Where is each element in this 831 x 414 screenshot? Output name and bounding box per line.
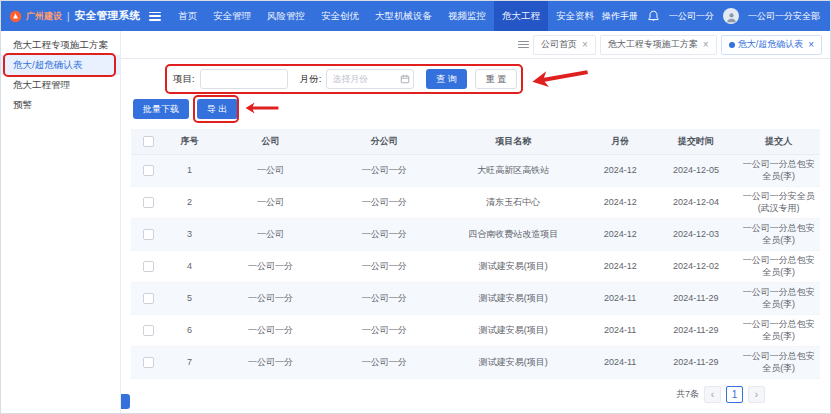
drawer-handle[interactable]: [121, 394, 130, 409]
active-tab-dot-icon: [729, 42, 735, 48]
table-header-row: 序号公司分公司项目名称月份提交时间提交人: [131, 129, 820, 154]
nav-item[interactable]: 安全创优: [313, 1, 367, 31]
row-checkbox-cell: [131, 282, 165, 314]
cell-month: 2024-11: [586, 314, 655, 346]
month-input[interactable]: [326, 69, 414, 89]
row-checkbox[interactable]: [143, 357, 154, 368]
column-header: 公司: [214, 129, 328, 154]
cell-month: 2024-12: [586, 218, 655, 250]
cell-no: 4: [165, 250, 213, 282]
nav-item[interactable]: 首页: [170, 1, 205, 31]
table-row: 7 一公司一分 一公司一分 测试建安易(项目) 2024-11 2024-11-…: [131, 346, 820, 378]
cell-month: 2024-12: [586, 250, 655, 282]
logo-text: 广州建设: [26, 10, 62, 23]
logo-divider: |: [67, 11, 70, 22]
project-input[interactable]: [200, 69, 288, 89]
sidebar-item[interactable]: 预警: [1, 95, 120, 115]
tab-list-icon[interactable]: [518, 41, 529, 49]
cell-submitter: 一公司一分总包安全员(李): [737, 250, 820, 282]
table-row: 2 一公司 一公司一分 清东玉石中心 2024-12 2024-12-04 一公…: [131, 186, 820, 218]
cell-company: 一公司: [214, 154, 328, 186]
table-row: 6 一公司一分 一公司一分 测试建安易(项目) 2024-11 2024-11-…: [131, 314, 820, 346]
app-title: 安全管理系统: [75, 9, 141, 23]
app-header: 广州建设 | 安全管理系统 首页安全管理风险管控安全创优大型机械设备视频监控危大…: [1, 1, 830, 31]
cell-branch: 一公司一分: [327, 282, 441, 314]
project-filter-label: 项目:: [173, 73, 195, 86]
sidebar-item[interactable]: 危大工程管理: [1, 75, 120, 95]
row-checkbox-cell: [131, 186, 165, 218]
sidebar-item[interactable]: 危大/超危确认表: [1, 55, 120, 75]
cell-no: 2: [165, 186, 213, 218]
cell-month: 2024-12: [586, 186, 655, 218]
cell-company: 一公司: [214, 186, 328, 218]
cell-project: 清东玉石中心: [441, 186, 586, 218]
tab-close-icon[interactable]: ×: [808, 40, 814, 50]
search-button[interactable]: 查 询: [426, 69, 467, 89]
row-checkbox[interactable]: [143, 197, 154, 208]
nav-item[interactable]: 视频监控: [440, 1, 494, 31]
cell-project: 四合南收费站改造项目: [441, 218, 586, 250]
nav-item[interactable]: 危大工程: [494, 1, 548, 31]
tab[interactable]: 公司首页 ×: [533, 35, 596, 55]
column-header: 提交时间: [655, 129, 738, 154]
row-checkbox[interactable]: [143, 293, 154, 304]
logo-icon: [9, 10, 22, 23]
nav-item[interactable]: 安全管理: [205, 1, 259, 31]
org-selector[interactable]: 一公司一分: [669, 10, 714, 23]
row-checkbox[interactable]: [143, 165, 154, 176]
nav-item[interactable]: 风险管控: [259, 1, 313, 31]
header-right: 操作手册 一公司一分 一公司一分安全部: [602, 8, 820, 24]
cell-month: 2024-11: [586, 282, 655, 314]
nav-item[interactable]: 安全资料: [548, 1, 602, 31]
bell-icon[interactable]: [647, 10, 660, 23]
manual-link[interactable]: 操作手册: [602, 10, 638, 23]
nav-item[interactable]: 大型机械设备: [367, 1, 440, 31]
user-menu[interactable]: 一公司一分安全部: [748, 10, 820, 23]
hamburger-menu-icon[interactable]: [149, 12, 161, 21]
tab-close-icon[interactable]: ×: [703, 40, 709, 50]
reset-button[interactable]: 重 置: [475, 69, 518, 89]
tab-label: 危大/超危确认表: [738, 38, 804, 51]
row-checkbox-cell: [131, 314, 165, 346]
page-number-button[interactable]: 1: [726, 386, 743, 403]
cell-submit-time: 2024-11-29: [655, 314, 738, 346]
tab-label: 危大工程专项施工方案: [608, 38, 698, 51]
row-checkbox-cell: [131, 250, 165, 282]
tab[interactable]: 危大/超危确认表 ×: [721, 35, 822, 55]
export-button[interactable]: 导 出: [197, 99, 238, 119]
page-content: 项目: 月份: 查 询 重 置 批量下载 导 出: [121, 59, 830, 413]
batch-download-button[interactable]: 批量下载: [133, 99, 189, 119]
tab-close-icon[interactable]: ×: [582, 40, 588, 50]
next-page-button[interactable]: ›: [748, 386, 765, 403]
cell-submit-time: 2024-12-02: [655, 250, 738, 282]
row-checkbox[interactable]: [143, 261, 154, 272]
cell-no: 6: [165, 314, 213, 346]
tab[interactable]: 危大工程专项施工方案 ×: [600, 35, 717, 55]
cell-submit-time: 2024-11-29: [655, 282, 738, 314]
table-row: 5 一公司一分 一公司一分 测试建安易(项目) 2024-11 2024-11-…: [131, 282, 820, 314]
column-header: 序号: [165, 129, 213, 154]
data-table: 序号公司分公司项目名称月份提交时间提交人 1 一公司 一公司一分 大旺高新区高铁…: [131, 129, 820, 379]
cell-submitter: 一公司一分总包安全员(李): [737, 314, 820, 346]
cell-submit-time: 2024-11-29: [655, 346, 738, 378]
month-picker: [326, 69, 414, 89]
cell-project: 测试建安易(项目): [441, 314, 586, 346]
sidebar-item[interactable]: 危大工程专项施工方案: [1, 35, 120, 55]
cell-submitter: 一公司一分总包安全员(李): [737, 282, 820, 314]
avatar[interactable]: [723, 8, 739, 24]
row-checkbox[interactable]: [143, 229, 154, 240]
select-all-checkbox[interactable]: [143, 136, 154, 147]
row-checkbox[interactable]: [143, 325, 154, 336]
table-body: 1 一公司 一公司一分 大旺高新区高铁站 2024-12 2024-12-05 …: [131, 154, 820, 378]
cell-branch: 一公司一分: [327, 154, 441, 186]
cell-submit-time: 2024-12-05: [655, 154, 738, 186]
pagination: 共7条 ‹ 1 ›: [131, 379, 820, 403]
cell-submit-time: 2024-12-03: [655, 218, 738, 250]
cell-company: 一公司一分: [214, 314, 328, 346]
prev-page-button[interactable]: ‹: [704, 386, 721, 403]
column-header: 分公司: [327, 129, 441, 154]
cell-no: 5: [165, 282, 213, 314]
main-area: 公司首页 × 危大工程专项施工方案 × 危大/超危确认表 × 项目: 月份:: [121, 31, 830, 413]
cell-submit-time: 2024-12-04: [655, 186, 738, 218]
cell-month: 2024-11: [586, 346, 655, 378]
